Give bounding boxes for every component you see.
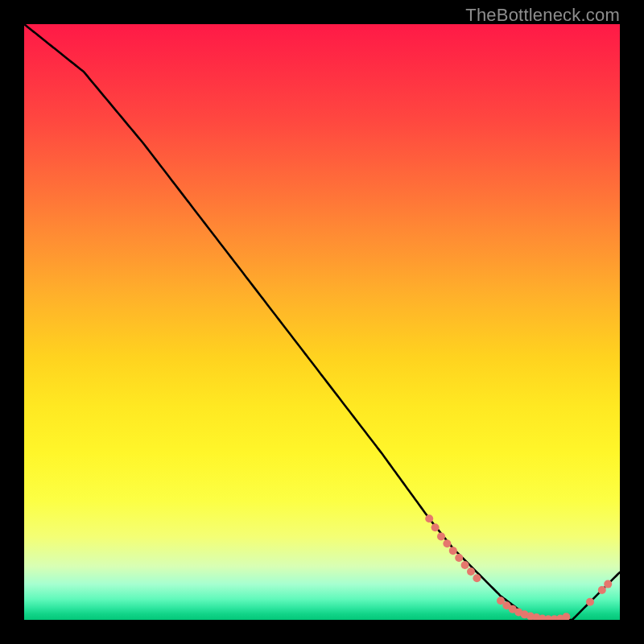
data-point (509, 605, 517, 613)
data-point (551, 615, 559, 620)
data-point (497, 597, 505, 605)
data-point (556, 615, 564, 620)
data-point (598, 586, 606, 594)
data-point (502, 601, 510, 609)
data-point (532, 613, 540, 620)
data-point (431, 523, 440, 531)
chart-overlay (24, 24, 620, 620)
data-point (539, 615, 547, 620)
data-point (467, 568, 475, 576)
data-markers (425, 514, 612, 620)
attribution-label: TheBottleneck.com (465, 5, 620, 26)
data-point (586, 598, 594, 606)
data-point (449, 547, 457, 555)
data-point (437, 532, 445, 540)
data-point (514, 608, 522, 616)
data-point (526, 613, 535, 620)
bottleneck-curve (24, 24, 620, 620)
plot-area (24, 24, 620, 620)
data-point (473, 574, 481, 582)
data-point (604, 580, 612, 588)
chart-container: TheBottleneck.com (0, 0, 644, 644)
data-point (455, 554, 463, 562)
data-point (425, 514, 433, 522)
data-point (443, 539, 451, 547)
data-point (461, 561, 469, 569)
data-point (521, 610, 529, 618)
data-point (544, 615, 552, 620)
data-point (562, 613, 570, 620)
